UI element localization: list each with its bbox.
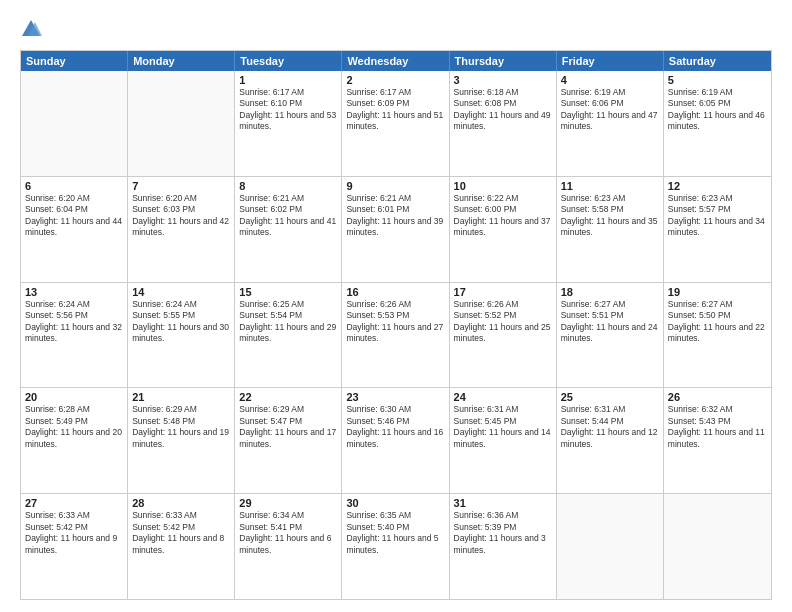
day-number: 2: [346, 74, 444, 86]
cal-cell-2-4: 9Sunrise: 6:21 AM Sunset: 6:01 PM Daylig…: [342, 177, 449, 282]
cal-cell-4-4: 23Sunrise: 6:30 AM Sunset: 5:46 PM Dayli…: [342, 388, 449, 493]
week-row-3: 13Sunrise: 6:24 AM Sunset: 5:56 PM Dayli…: [21, 282, 771, 388]
cal-cell-2-7: 12Sunrise: 6:23 AM Sunset: 5:57 PM Dayli…: [664, 177, 771, 282]
day-number: 5: [668, 74, 767, 86]
day-number: 22: [239, 391, 337, 403]
day-number: 27: [25, 497, 123, 509]
day-number: 30: [346, 497, 444, 509]
cal-cell-3-4: 16Sunrise: 6:26 AM Sunset: 5:53 PM Dayli…: [342, 283, 449, 388]
header-day-monday: Monday: [128, 51, 235, 71]
header-day-wednesday: Wednesday: [342, 51, 449, 71]
day-number: 19: [668, 286, 767, 298]
calendar-body: 1Sunrise: 6:17 AM Sunset: 6:10 PM Daylig…: [21, 71, 771, 599]
week-row-5: 27Sunrise: 6:33 AM Sunset: 5:42 PM Dayli…: [21, 493, 771, 599]
logo-icon: [20, 18, 42, 40]
day-number: 14: [132, 286, 230, 298]
day-number: 26: [668, 391, 767, 403]
cal-cell-5-3: 29Sunrise: 6:34 AM Sunset: 5:41 PM Dayli…: [235, 494, 342, 599]
cell-info: Sunrise: 6:26 AM Sunset: 5:53 PM Dayligh…: [346, 299, 444, 345]
day-number: 12: [668, 180, 767, 192]
cal-cell-3-2: 14Sunrise: 6:24 AM Sunset: 5:55 PM Dayli…: [128, 283, 235, 388]
cal-cell-1-6: 4Sunrise: 6:19 AM Sunset: 6:06 PM Daylig…: [557, 71, 664, 176]
calendar: SundayMondayTuesdayWednesdayThursdayFrid…: [20, 50, 772, 600]
day-number: 7: [132, 180, 230, 192]
cal-cell-1-5: 3Sunrise: 6:18 AM Sunset: 6:08 PM Daylig…: [450, 71, 557, 176]
cal-cell-4-1: 20Sunrise: 6:28 AM Sunset: 5:49 PM Dayli…: [21, 388, 128, 493]
cal-cell-1-4: 2Sunrise: 6:17 AM Sunset: 6:09 PM Daylig…: [342, 71, 449, 176]
cell-info: Sunrise: 6:36 AM Sunset: 5:39 PM Dayligh…: [454, 510, 552, 556]
cal-cell-5-1: 27Sunrise: 6:33 AM Sunset: 5:42 PM Dayli…: [21, 494, 128, 599]
cell-info: Sunrise: 6:30 AM Sunset: 5:46 PM Dayligh…: [346, 404, 444, 450]
day-number: 15: [239, 286, 337, 298]
week-row-4: 20Sunrise: 6:28 AM Sunset: 5:49 PM Dayli…: [21, 387, 771, 493]
cal-cell-3-3: 15Sunrise: 6:25 AM Sunset: 5:54 PM Dayli…: [235, 283, 342, 388]
cal-cell-3-7: 19Sunrise: 6:27 AM Sunset: 5:50 PM Dayli…: [664, 283, 771, 388]
cell-info: Sunrise: 6:18 AM Sunset: 6:08 PM Dayligh…: [454, 87, 552, 133]
cell-info: Sunrise: 6:34 AM Sunset: 5:41 PM Dayligh…: [239, 510, 337, 556]
header-day-tuesday: Tuesday: [235, 51, 342, 71]
cell-info: Sunrise: 6:27 AM Sunset: 5:50 PM Dayligh…: [668, 299, 767, 345]
cell-info: Sunrise: 6:31 AM Sunset: 5:44 PM Dayligh…: [561, 404, 659, 450]
cell-info: Sunrise: 6:20 AM Sunset: 6:03 PM Dayligh…: [132, 193, 230, 239]
day-number: 20: [25, 391, 123, 403]
cell-info: Sunrise: 6:19 AM Sunset: 6:05 PM Dayligh…: [668, 87, 767, 133]
cal-cell-2-1: 6Sunrise: 6:20 AM Sunset: 6:04 PM Daylig…: [21, 177, 128, 282]
week-row-1: 1Sunrise: 6:17 AM Sunset: 6:10 PM Daylig…: [21, 71, 771, 176]
cal-cell-3-5: 17Sunrise: 6:26 AM Sunset: 5:52 PM Dayli…: [450, 283, 557, 388]
cell-info: Sunrise: 6:27 AM Sunset: 5:51 PM Dayligh…: [561, 299, 659, 345]
cal-cell-4-5: 24Sunrise: 6:31 AM Sunset: 5:45 PM Dayli…: [450, 388, 557, 493]
cal-cell-1-3: 1Sunrise: 6:17 AM Sunset: 6:10 PM Daylig…: [235, 71, 342, 176]
cal-cell-5-2: 28Sunrise: 6:33 AM Sunset: 5:42 PM Dayli…: [128, 494, 235, 599]
cal-cell-1-1: [21, 71, 128, 176]
calendar-header: SundayMondayTuesdayWednesdayThursdayFrid…: [21, 51, 771, 71]
day-number: 21: [132, 391, 230, 403]
day-number: 8: [239, 180, 337, 192]
header-day-thursday: Thursday: [450, 51, 557, 71]
cell-info: Sunrise: 6:26 AM Sunset: 5:52 PM Dayligh…: [454, 299, 552, 345]
day-number: 9: [346, 180, 444, 192]
day-number: 24: [454, 391, 552, 403]
cell-info: Sunrise: 6:33 AM Sunset: 5:42 PM Dayligh…: [132, 510, 230, 556]
cal-cell-5-5: 31Sunrise: 6:36 AM Sunset: 5:39 PM Dayli…: [450, 494, 557, 599]
cell-info: Sunrise: 6:24 AM Sunset: 5:55 PM Dayligh…: [132, 299, 230, 345]
day-number: 28: [132, 497, 230, 509]
cell-info: Sunrise: 6:22 AM Sunset: 6:00 PM Dayligh…: [454, 193, 552, 239]
day-number: 1: [239, 74, 337, 86]
cell-info: Sunrise: 6:32 AM Sunset: 5:43 PM Dayligh…: [668, 404, 767, 450]
header: [20, 18, 772, 40]
cell-info: Sunrise: 6:28 AM Sunset: 5:49 PM Dayligh…: [25, 404, 123, 450]
cell-info: Sunrise: 6:23 AM Sunset: 5:57 PM Dayligh…: [668, 193, 767, 239]
cell-info: Sunrise: 6:33 AM Sunset: 5:42 PM Dayligh…: [25, 510, 123, 556]
cell-info: Sunrise: 6:21 AM Sunset: 6:01 PM Dayligh…: [346, 193, 444, 239]
day-number: 3: [454, 74, 552, 86]
cell-info: Sunrise: 6:17 AM Sunset: 6:09 PM Dayligh…: [346, 87, 444, 133]
cell-info: Sunrise: 6:24 AM Sunset: 5:56 PM Dayligh…: [25, 299, 123, 345]
cell-info: Sunrise: 6:35 AM Sunset: 5:40 PM Dayligh…: [346, 510, 444, 556]
cal-cell-1-2: [128, 71, 235, 176]
header-day-saturday: Saturday: [664, 51, 771, 71]
day-number: 23: [346, 391, 444, 403]
cal-cell-2-6: 11Sunrise: 6:23 AM Sunset: 5:58 PM Dayli…: [557, 177, 664, 282]
cal-cell-2-2: 7Sunrise: 6:20 AM Sunset: 6:03 PM Daylig…: [128, 177, 235, 282]
cal-cell-5-7: [664, 494, 771, 599]
header-day-friday: Friday: [557, 51, 664, 71]
cal-cell-2-5: 10Sunrise: 6:22 AM Sunset: 6:00 PM Dayli…: [450, 177, 557, 282]
day-number: 13: [25, 286, 123, 298]
cal-cell-5-4: 30Sunrise: 6:35 AM Sunset: 5:40 PM Dayli…: [342, 494, 449, 599]
cal-cell-4-6: 25Sunrise: 6:31 AM Sunset: 5:44 PM Dayli…: [557, 388, 664, 493]
cell-info: Sunrise: 6:29 AM Sunset: 5:48 PM Dayligh…: [132, 404, 230, 450]
cell-info: Sunrise: 6:29 AM Sunset: 5:47 PM Dayligh…: [239, 404, 337, 450]
cal-cell-4-3: 22Sunrise: 6:29 AM Sunset: 5:47 PM Dayli…: [235, 388, 342, 493]
day-number: 10: [454, 180, 552, 192]
day-number: 4: [561, 74, 659, 86]
cal-cell-3-6: 18Sunrise: 6:27 AM Sunset: 5:51 PM Dayli…: [557, 283, 664, 388]
cell-info: Sunrise: 6:17 AM Sunset: 6:10 PM Dayligh…: [239, 87, 337, 133]
cell-info: Sunrise: 6:23 AM Sunset: 5:58 PM Dayligh…: [561, 193, 659, 239]
cell-info: Sunrise: 6:25 AM Sunset: 5:54 PM Dayligh…: [239, 299, 337, 345]
day-number: 16: [346, 286, 444, 298]
day-number: 29: [239, 497, 337, 509]
header-day-sunday: Sunday: [21, 51, 128, 71]
cell-info: Sunrise: 6:31 AM Sunset: 5:45 PM Dayligh…: [454, 404, 552, 450]
day-number: 18: [561, 286, 659, 298]
logo: [20, 18, 45, 40]
